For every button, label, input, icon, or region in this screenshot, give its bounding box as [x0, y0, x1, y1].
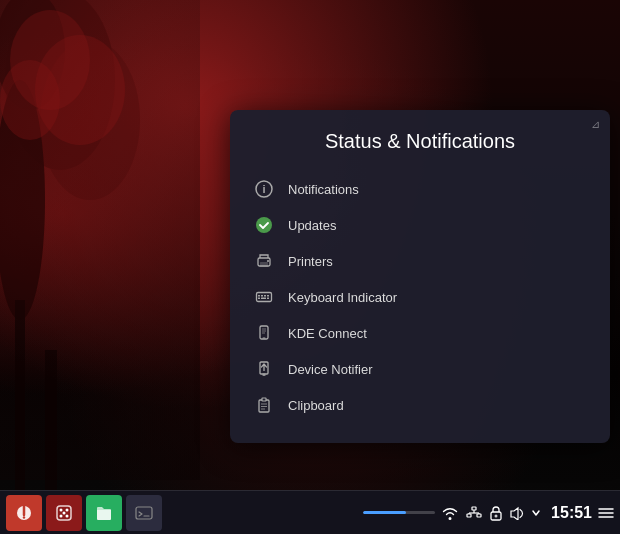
- svg-rect-16: [258, 295, 260, 297]
- taskbar-app-files[interactable]: [86, 495, 122, 531]
- printers-icon: [254, 251, 274, 271]
- lock-icon[interactable]: [489, 505, 503, 521]
- pin-icon[interactable]: ⊿: [591, 118, 600, 131]
- svg-rect-20: [258, 298, 260, 300]
- network-bar-fill: [363, 511, 406, 514]
- tray-dropdown-icon[interactable]: [531, 508, 541, 518]
- svg-rect-15: [257, 293, 272, 302]
- tree-svg: [0, 0, 200, 490]
- volume-icon[interactable]: [509, 506, 525, 520]
- svg-rect-45: [136, 507, 152, 519]
- clipboard-icon: [254, 395, 274, 415]
- taskbar-app-game[interactable]: [46, 495, 82, 531]
- svg-rect-13: [260, 262, 268, 267]
- svg-point-38: [23, 516, 25, 518]
- taskbar-app-security[interactable]: [6, 495, 42, 531]
- device-notifier-label: Device Notifier: [288, 362, 373, 377]
- keyboard-indicator-icon: [254, 287, 274, 307]
- svg-rect-24: [263, 338, 266, 339]
- svg-rect-5: [15, 300, 25, 490]
- sidebar-item-keyboard-indicator[interactable]: Keyboard Indicator: [230, 279, 610, 315]
- sidebar-item-printers[interactable]: Printers: [230, 243, 610, 279]
- sidebar-item-kde-connect[interactable]: KDE Connect: [230, 315, 610, 351]
- wifi-icon[interactable]: [441, 506, 459, 520]
- svg-rect-49: [477, 514, 481, 517]
- svg-point-55: [495, 514, 498, 517]
- hamburger-menu-icon[interactable]: [598, 507, 614, 519]
- svg-rect-17: [261, 295, 263, 297]
- notifications-icon: i: [254, 179, 274, 199]
- svg-rect-22: [267, 298, 269, 300]
- sidebar-item-notifications[interactable]: i Notifications: [230, 171, 610, 207]
- svg-rect-4: [45, 350, 57, 490]
- clock[interactable]: 15:51: [551, 504, 592, 522]
- svg-point-44: [63, 511, 66, 514]
- sidebar-item-updates[interactable]: Updates: [230, 207, 610, 243]
- taskbar: 15:51: [0, 490, 620, 534]
- sidebar-item-clipboard[interactable]: Clipboard: [230, 387, 610, 423]
- printers-label: Printers: [288, 254, 333, 269]
- device-notifier-icon: [254, 359, 274, 379]
- svg-rect-18: [264, 295, 266, 297]
- svg-point-40: [60, 508, 63, 511]
- svg-point-11: [256, 217, 272, 233]
- svg-point-43: [66, 514, 69, 517]
- updates-label: Updates: [288, 218, 336, 233]
- svg-rect-21: [261, 298, 266, 300]
- system-tray: 15:51: [363, 504, 614, 522]
- status-notifications-panel: ⊿ Status & Notifications i Notifications…: [230, 110, 610, 443]
- kde-connect-icon: [254, 323, 274, 343]
- svg-rect-48: [467, 514, 471, 517]
- svg-rect-47: [472, 507, 476, 510]
- updates-icon: [254, 215, 274, 235]
- svg-text:i: i: [262, 183, 265, 195]
- network-bar-track: [363, 511, 435, 514]
- keyboard-indicator-label: Keyboard Indicator: [288, 290, 397, 305]
- sidebar-item-device-notifier[interactable]: Device Notifier: [230, 351, 610, 387]
- taskbar-app-icons: [6, 495, 363, 531]
- network-icon[interactable]: [465, 506, 483, 520]
- clipboard-label: Clipboard: [288, 398, 344, 413]
- taskbar-app-terminal[interactable]: [126, 495, 162, 531]
- svg-point-42: [60, 514, 63, 517]
- panel-title: Status & Notifications: [230, 130, 610, 153]
- svg-point-8: [0, 60, 60, 140]
- network-progress[interactable]: [363, 511, 435, 514]
- svg-point-14: [267, 260, 269, 262]
- svg-rect-30: [264, 376, 265, 377]
- kde-connect-label: KDE Connect: [288, 326, 367, 341]
- notifications-label: Notifications: [288, 182, 359, 197]
- svg-point-41: [66, 508, 69, 511]
- svg-rect-19: [267, 295, 269, 297]
- svg-rect-33: [262, 398, 266, 401]
